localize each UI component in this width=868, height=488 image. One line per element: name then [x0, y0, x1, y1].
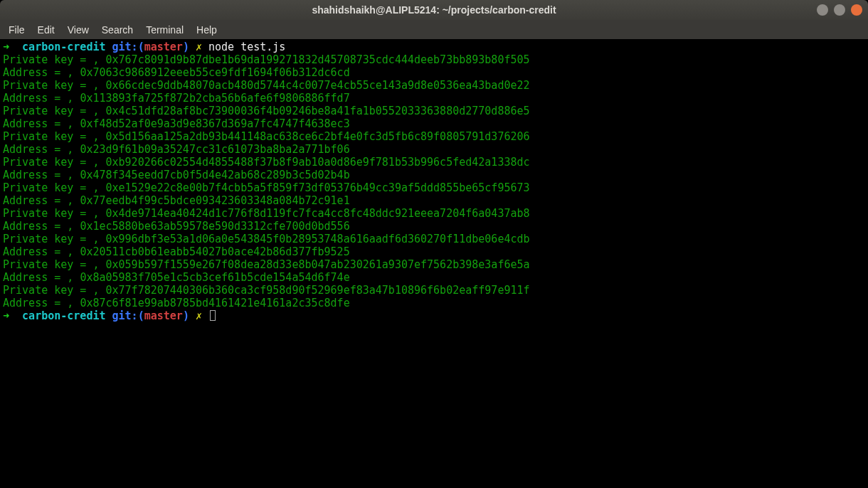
private-key-label: Private key = ,	[3, 130, 106, 143]
private-key-label-line: Private key = , 0xe1529e22c8e00b7f4cbb5a…	[3, 181, 865, 194]
private-key-label: Private key = ,	[3, 105, 106, 117]
terminal-output-area[interactable]: ➜ carbon-credit git:(master) ✗ node test…	[0, 39, 868, 488]
private-key-value-9: 0x77f78207440306b360ca3cf958d90f52969ef8…	[106, 284, 530, 297]
address-label-line: Address = , 0xf48d52af0e9a3d9e8367d369a7…	[3, 117, 865, 130]
address-label-line: Address = , 0x113893fa725f872b2cba56b6af…	[3, 92, 865, 105]
address-value-1: 0x113893fa725f872b2cba56b6afe6f9806886ff…	[80, 92, 349, 105]
address-value-4: 0x478f345eedd7cb0f5d4e42ab68c289b3c5d02b…	[80, 169, 349, 181]
window-controls	[817, 4, 862, 16]
address-value-0: 0x7063c9868912eeeb55ce9fdf1694f06b312dc6…	[80, 66, 349, 79]
menu-help[interactable]: Help	[191, 22, 223, 38]
address-label: Address = ,	[3, 169, 80, 181]
prompt-git-label: git:(	[112, 41, 144, 53]
address-label-line: Address = , 0x1ec5880be63ab59578e590d331…	[3, 220, 865, 233]
prompt-dirname: carbon-credit	[22, 41, 112, 53]
address-label-line: Address = , 0x8a05983f705e1c5cb3cef61b5c…	[3, 271, 865, 284]
menu-edit[interactable]: Edit	[32, 22, 60, 38]
private-key-label-line: Private key = , 0x767c8091d9b87dbe1b69da…	[3, 53, 865, 66]
private-key-value-4: 0xb920266c02554d4855488f37b8f9ab10a0d86e…	[106, 156, 530, 169]
address-label-line: Address = , 0x23d9f61b09a35247cc31c61073…	[3, 143, 865, 156]
address-label: Address = ,	[3, 245, 80, 258]
menu-file[interactable]: File	[3, 22, 31, 38]
address-value-3: 0x23d9f61b09a35247cc31c61073ba8ba2a771bf…	[80, 143, 349, 156]
address-label-line: Address = , 0x77eedb4f99c5bdce0934236033…	[3, 194, 865, 207]
private-key-value-5: 0xe1529e22c8e00b7f4cbb5a5f859f73df05376b…	[106, 181, 530, 194]
minimize-button[interactable]	[817, 4, 828, 16]
prompt-line-idle: ➜ carbon-credit git:(master) ✗	[3, 309, 865, 322]
private-key-value-1: 0x66cdec9ddb48070acb480d5744c4c0077e4cb5…	[106, 79, 530, 92]
prompt-git-close: )	[183, 309, 196, 322]
address-value-8: 0x8a05983f705e1c5cb3cef61b5cde154a54d6f7…	[80, 271, 349, 284]
address-label: Address = ,	[3, 271, 80, 284]
prompt-dirty-icon: ✗	[196, 41, 208, 53]
terminal-window: shahidshaikh@ALIPL5214: ~/projects/carbo…	[0, 0, 868, 488]
private-key-label: Private key = ,	[3, 79, 106, 92]
address-value-6: 0x1ec5880be63ab59578e590d3312cfe700d0bd5…	[80, 220, 349, 233]
address-value-2: 0xf48d52af0e9a3d9e8367d369a7fc4747f4638e…	[80, 117, 349, 130]
address-label-line: Address = , 0x87c6f81e99ab8785bd4161421e…	[3, 297, 865, 309]
private-key-label: Private key = ,	[3, 53, 106, 66]
command-text: node test.js	[208, 41, 285, 53]
private-key-label-line: Private key = , 0x059b597f1559e267f08dea…	[3, 258, 865, 271]
private-key-label-line: Private key = , 0x4de9714ea40424d1c776f8…	[3, 207, 865, 220]
address-label: Address = ,	[3, 194, 80, 207]
private-key-label: Private key = ,	[3, 233, 106, 245]
address-value-9: 0x87c6f81e99ab8785bd4161421e4161a2c35c8d…	[80, 297, 349, 309]
private-key-label-line: Private key = , 0x66cdec9ddb48070acb480d…	[3, 79, 865, 92]
private-key-value-3: 0x5d156aa125a2db93b441148ac638ce6c2bf4e0…	[106, 130, 530, 143]
private-key-value-2: 0x4c51dfd28af8bc73900036f4b09246be8a41fa…	[106, 105, 530, 117]
address-value-7: 0x20511cb0b61eabb54027b0ace42b86d377fb95…	[80, 245, 349, 258]
prompt-git-close: )	[183, 41, 196, 53]
window-title: shahidshaikh@ALIPL5214: ~/projects/carbo…	[312, 4, 556, 16]
private-key-label-line: Private key = , 0x4c51dfd28af8bc73900036…	[3, 105, 865, 117]
titlebar[interactable]: shahidshaikh@ALIPL5214: ~/projects/carbo…	[0, 0, 868, 20]
prompt-line-command: ➜ carbon-credit git:(master) ✗ node test…	[3, 41, 865, 53]
private-key-label-line: Private key = , 0x996dbf3e53a1d06a0e5438…	[3, 233, 865, 245]
address-label: Address = ,	[3, 117, 80, 130]
address-label: Address = ,	[3, 297, 80, 309]
prompt-arrow-icon: ➜	[3, 41, 22, 53]
prompt-branch: master	[144, 309, 183, 322]
cursor-block	[210, 310, 216, 321]
private-key-label: Private key = ,	[3, 156, 106, 169]
menubar: File Edit View Search Terminal Help	[0, 20, 868, 39]
address-label: Address = ,	[3, 92, 80, 105]
address-label: Address = ,	[3, 66, 80, 79]
private-key-label-line: Private key = , 0x77f78207440306b360ca3c…	[3, 284, 865, 297]
private-key-value-7: 0x996dbf3e53a1d06a0e543845f0b28953748a61…	[106, 233, 530, 245]
prompt-dirty-icon: ✗	[196, 309, 208, 322]
private-key-label-line: Private key = , 0x5d156aa125a2db93b44114…	[3, 130, 865, 143]
prompt-dirname: carbon-credit	[22, 309, 112, 322]
close-button[interactable]	[851, 4, 862, 16]
menu-view[interactable]: View	[62, 22, 95, 38]
private-key-label: Private key = ,	[3, 181, 106, 194]
menu-search[interactable]: Search	[96, 22, 139, 38]
prompt-arrow-icon: ➜	[3, 309, 22, 322]
private-key-label: Private key = ,	[3, 207, 106, 220]
prompt-git-label: git:(	[112, 309, 144, 322]
menu-terminal[interactable]: Terminal	[140, 22, 189, 38]
private-key-value-8: 0x059b597f1559e267f08dea28d33e8b047ab230…	[106, 258, 530, 271]
private-key-label: Private key = ,	[3, 258, 106, 271]
address-label-line: Address = , 0x478f345eedd7cb0f5d4e42ab68…	[3, 169, 865, 181]
address-label: Address = ,	[3, 143, 80, 156]
private-key-label: Private key = ,	[3, 284, 106, 297]
private-key-value-0: 0x767c8091d9b87dbe1b69da199271832d457087…	[106, 53, 530, 66]
private-key-label-line: Private key = , 0xb920266c02554d4855488f…	[3, 156, 865, 169]
address-value-5: 0x77eedb4f99c5bdce093423603348a084b72c91…	[80, 194, 349, 207]
prompt-branch: master	[144, 41, 183, 53]
address-label-line: Address = , 0x20511cb0b61eabb54027b0ace4…	[3, 245, 865, 258]
address-label-line: Address = , 0x7063c9868912eeeb55ce9fdf16…	[3, 66, 865, 79]
private-key-value-6: 0x4de9714ea40424d1c776f8d119fc7fca4cc8fc…	[106, 207, 530, 220]
address-label: Address = ,	[3, 220, 80, 233]
maximize-button[interactable]	[834, 4, 845, 16]
